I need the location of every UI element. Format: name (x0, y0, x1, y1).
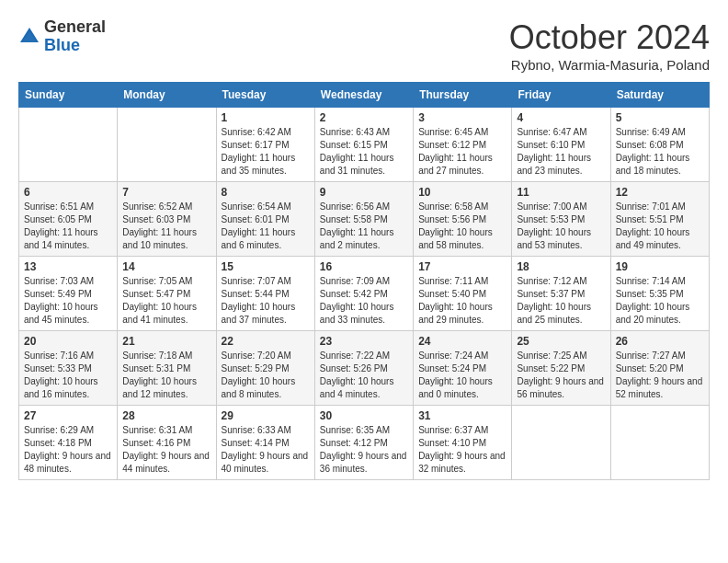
day-number: 9 (320, 186, 408, 199)
day-info: Sunrise: 7:22 AM Sunset: 5:26 PM Dayligh… (320, 350, 408, 401)
calendar-cell: 2Sunrise: 6:43 AM Sunset: 6:15 PM Daylig… (314, 108, 413, 182)
day-number: 6 (24, 186, 112, 199)
day-number: 25 (517, 335, 605, 348)
calendar-cell: 12Sunrise: 7:01 AM Sunset: 5:51 PM Dayli… (610, 182, 709, 257)
day-number: 17 (418, 260, 506, 273)
day-info: Sunrise: 6:49 AM Sunset: 6:08 PM Dayligh… (616, 126, 704, 178)
day-info: Sunrise: 7:14 AM Sunset: 5:35 PM Dayligh… (616, 275, 704, 327)
weekday-header-sunday: Sunday (19, 83, 118, 108)
calendar-week-row: 1Sunrise: 6:42 AM Sunset: 6:17 PM Daylig… (19, 108, 710, 182)
logo: General Blue (18, 18, 106, 55)
day-info: Sunrise: 7:20 AM Sunset: 5:29 PM Dayligh… (222, 350, 310, 401)
month-title: October 2024 (509, 18, 710, 57)
day-info: Sunrise: 6:35 AM Sunset: 4:12 PM Dayligh… (320, 424, 408, 476)
day-info: Sunrise: 6:31 AM Sunset: 4:16 PM Dayligh… (122, 424, 210, 476)
day-info: Sunrise: 7:12 AM Sunset: 5:37 PM Dayligh… (517, 275, 605, 327)
calendar-cell: 14Sunrise: 7:05 AM Sunset: 5:47 PM Dayli… (118, 257, 216, 331)
logo-blue-text: Blue (44, 36, 80, 54)
day-info: Sunrise: 6:52 AM Sunset: 6:03 PM Dayligh… (122, 201, 210, 252)
day-number: 23 (320, 335, 408, 348)
day-number: 19 (616, 260, 704, 273)
calendar-cell: 17Sunrise: 7:11 AM Sunset: 5:40 PM Dayli… (414, 257, 512, 331)
day-info: Sunrise: 7:07 AM Sunset: 5:44 PM Dayligh… (222, 275, 310, 327)
location-text: Rybno, Warmia-Masuria, Poland (509, 57, 710, 73)
day-number: 22 (222, 335, 310, 348)
day-number: 29 (222, 409, 310, 422)
day-info: Sunrise: 7:25 AM Sunset: 5:22 PM Dayligh… (517, 350, 605, 401)
day-number: 13 (24, 260, 112, 273)
calendar-week-row: 27Sunrise: 6:29 AM Sunset: 4:18 PM Dayli… (19, 406, 710, 480)
calendar-cell: 16Sunrise: 7:09 AM Sunset: 5:42 PM Dayli… (314, 257, 413, 331)
day-number: 30 (320, 409, 408, 422)
day-number: 15 (222, 260, 310, 273)
weekday-header-wednesday: Wednesday (314, 83, 413, 108)
title-block: October 2024 Rybno, Warmia-Masuria, Pola… (509, 18, 710, 73)
calendar-cell: 26Sunrise: 7:27 AM Sunset: 5:20 PM Dayli… (610, 331, 709, 406)
day-info: Sunrise: 7:00 AM Sunset: 5:53 PM Dayligh… (517, 201, 605, 252)
calendar-cell: 15Sunrise: 7:07 AM Sunset: 5:44 PM Dayli… (216, 257, 314, 331)
day-number: 27 (24, 409, 112, 422)
calendar-cell: 4Sunrise: 6:47 AM Sunset: 6:10 PM Daylig… (512, 108, 610, 182)
logo-general-text: General (44, 17, 106, 36)
day-info: Sunrise: 7:24 AM Sunset: 5:24 PM Dayligh… (418, 350, 506, 401)
day-info: Sunrise: 7:16 AM Sunset: 5:33 PM Dayligh… (24, 350, 112, 401)
calendar-table: SundayMondayTuesdayWednesdayThursdayFrid… (18, 82, 710, 480)
day-number: 28 (122, 409, 210, 422)
weekday-header-saturday: Saturday (610, 83, 709, 108)
calendar-cell: 10Sunrise: 6:58 AM Sunset: 5:56 PM Dayli… (414, 182, 512, 257)
calendar-cell: 25Sunrise: 7:25 AM Sunset: 5:22 PM Dayli… (512, 331, 610, 406)
day-info: Sunrise: 7:18 AM Sunset: 5:31 PM Dayligh… (122, 350, 210, 401)
calendar-cell: 19Sunrise: 7:14 AM Sunset: 5:35 PM Dayli… (610, 257, 709, 331)
day-info: Sunrise: 7:27 AM Sunset: 5:20 PM Dayligh… (616, 350, 704, 401)
day-number: 31 (418, 409, 506, 422)
day-info: Sunrise: 6:33 AM Sunset: 4:14 PM Dayligh… (222, 424, 310, 476)
calendar-cell: 7Sunrise: 6:52 AM Sunset: 6:03 PM Daylig… (118, 182, 216, 257)
calendar-week-row: 6Sunrise: 6:51 AM Sunset: 6:05 PM Daylig… (19, 182, 710, 257)
day-info: Sunrise: 7:09 AM Sunset: 5:42 PM Dayligh… (320, 275, 408, 327)
calendar-cell: 29Sunrise: 6:33 AM Sunset: 4:14 PM Dayli… (216, 406, 314, 480)
calendar-cell: 11Sunrise: 7:00 AM Sunset: 5:53 PM Dayli… (512, 182, 610, 257)
day-info: Sunrise: 6:37 AM Sunset: 4:10 PM Dayligh… (418, 424, 506, 476)
calendar-header-row: SundayMondayTuesdayWednesdayThursdayFrid… (19, 83, 710, 108)
calendar-cell: 31Sunrise: 6:37 AM Sunset: 4:10 PM Dayli… (414, 406, 512, 480)
day-info: Sunrise: 7:01 AM Sunset: 5:51 PM Dayligh… (616, 201, 704, 252)
day-info: Sunrise: 7:03 AM Sunset: 5:49 PM Dayligh… (24, 275, 112, 327)
day-info: Sunrise: 7:05 AM Sunset: 5:47 PM Dayligh… (122, 275, 210, 327)
day-number: 18 (517, 260, 605, 273)
day-info: Sunrise: 6:56 AM Sunset: 5:58 PM Dayligh… (320, 201, 408, 252)
day-number: 8 (222, 186, 310, 199)
calendar-cell: 8Sunrise: 6:54 AM Sunset: 6:01 PM Daylig… (216, 182, 314, 257)
weekday-header-friday: Friday (512, 83, 610, 108)
calendar-cell: 20Sunrise: 7:16 AM Sunset: 5:33 PM Dayli… (19, 331, 118, 406)
calendar-cell: 23Sunrise: 7:22 AM Sunset: 5:26 PM Dayli… (314, 331, 413, 406)
day-number: 16 (320, 260, 408, 273)
calendar-cell: 21Sunrise: 7:18 AM Sunset: 5:31 PM Dayli… (118, 331, 216, 406)
day-info: Sunrise: 6:51 AM Sunset: 6:05 PM Dayligh… (24, 201, 112, 252)
calendar-cell: 6Sunrise: 6:51 AM Sunset: 6:05 PM Daylig… (19, 182, 118, 257)
logo-icon (18, 26, 40, 48)
day-info: Sunrise: 7:11 AM Sunset: 5:40 PM Dayligh… (418, 275, 506, 327)
calendar-cell (512, 406, 610, 480)
calendar-cell: 3Sunrise: 6:45 AM Sunset: 6:12 PM Daylig… (414, 108, 512, 182)
calendar-cell: 13Sunrise: 7:03 AM Sunset: 5:49 PM Dayli… (19, 257, 118, 331)
day-number: 5 (616, 111, 704, 124)
calendar-cell (610, 406, 709, 480)
calendar-cell: 24Sunrise: 7:24 AM Sunset: 5:24 PM Dayli… (414, 331, 512, 406)
day-number: 1 (222, 111, 310, 124)
day-info: Sunrise: 6:42 AM Sunset: 6:17 PM Dayligh… (222, 126, 310, 178)
day-number: 26 (616, 335, 704, 348)
day-number: 2 (320, 111, 408, 124)
calendar-cell: 18Sunrise: 7:12 AM Sunset: 5:37 PM Dayli… (512, 257, 610, 331)
weekday-header-thursday: Thursday (414, 83, 512, 108)
day-number: 12 (616, 186, 704, 199)
day-number: 3 (418, 111, 506, 124)
page-header: General Blue October 2024 Rybno, Warmia-… (18, 18, 710, 73)
day-number: 7 (122, 186, 210, 199)
calendar-cell: 22Sunrise: 7:20 AM Sunset: 5:29 PM Dayli… (216, 331, 314, 406)
day-number: 4 (517, 111, 605, 124)
day-number: 10 (418, 186, 506, 199)
calendar-week-row: 20Sunrise: 7:16 AM Sunset: 5:33 PM Dayli… (19, 331, 710, 406)
calendar-cell (118, 108, 216, 182)
day-number: 20 (24, 335, 112, 348)
day-info: Sunrise: 6:54 AM Sunset: 6:01 PM Dayligh… (222, 201, 310, 252)
